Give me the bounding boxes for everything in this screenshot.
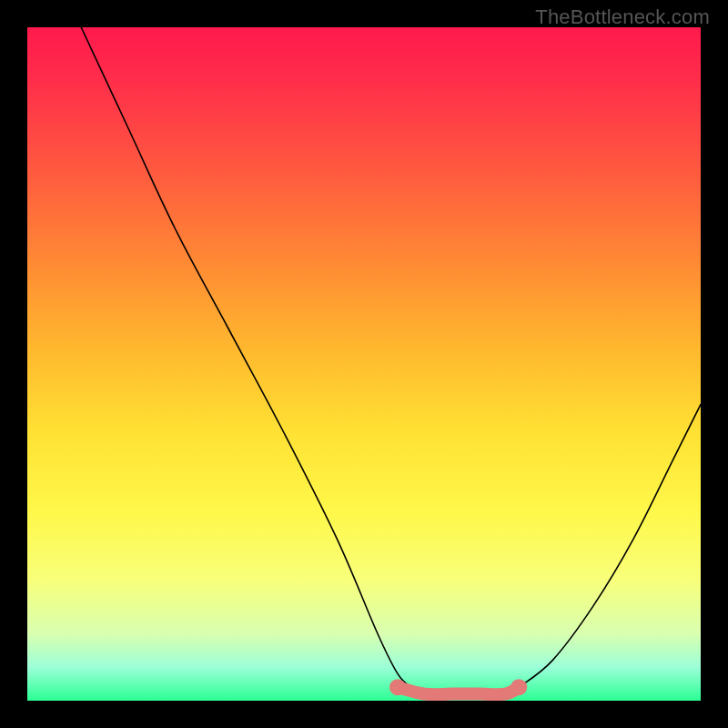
chart-overlay — [27, 27, 701, 701]
watermark-text: TheBottleneck.com — [535, 5, 710, 29]
plot-area — [27, 27, 701, 701]
highlight-dot-right — [511, 679, 527, 695]
highlight-dot-left — [389, 679, 406, 695]
chart-frame: TheBottleneck.com — [0, 0, 728, 728]
highlight-segment — [389, 679, 527, 695]
curve-right — [519, 404, 701, 687]
curve-left — [81, 27, 411, 687]
